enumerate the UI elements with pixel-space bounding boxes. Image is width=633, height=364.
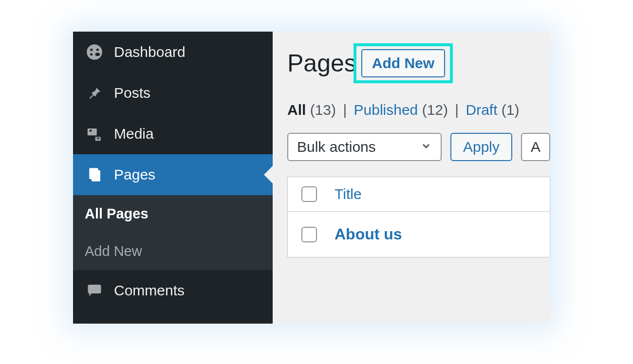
main-content: Pages Add New All (13) | Published (12) … <box>273 32 550 324</box>
row-checkbox[interactable] <box>301 227 317 242</box>
date-filter-select[interactable]: A <box>521 133 550 161</box>
select-all-checkbox[interactable] <box>301 186 317 202</box>
filter-draft[interactable]: Draft (1) <box>465 102 519 118</box>
svg-rect-10 <box>90 168 98 180</box>
sidebar-submenu-pages: All Pages Add New <box>73 195 273 270</box>
bulk-actions-select[interactable]: Bulk actions <box>287 133 442 161</box>
chevron-down-icon <box>420 139 432 155</box>
admin-sidebar: Dashboard Posts Media Pages All Pages Ad… <box>73 32 273 324</box>
table-header-row: Title <box>288 177 550 212</box>
svg-rect-11 <box>88 285 101 293</box>
svg-point-2 <box>96 49 99 51</box>
sidebar-item-media[interactable]: Media <box>73 113 273 154</box>
pin-icon <box>85 83 104 103</box>
column-header-title[interactable]: Title <box>335 186 362 202</box>
pages-table: Title About us <box>287 177 550 257</box>
svg-point-1 <box>90 49 93 51</box>
sidebar-item-label: Comments <box>114 282 185 299</box>
page-row-title[interactable]: About us <box>335 225 402 243</box>
sidebar-item-pages[interactable]: Pages <box>73 154 273 195</box>
media-icon <box>85 124 104 144</box>
highlight-annotation: Add New <box>354 43 453 83</box>
sidebar-item-label: Dashboard <box>114 44 186 60</box>
page-header: Pages Add New <box>287 43 550 83</box>
dashboard-icon <box>85 42 104 62</box>
svg-rect-4 <box>95 53 100 56</box>
sidebar-item-label: Pages <box>114 166 155 183</box>
svg-point-3 <box>90 53 93 55</box>
screenshot-frame: Dashboard Posts Media Pages All Pages Ad… <box>73 32 550 324</box>
submenu-item-all-pages[interactable]: All Pages <box>73 195 273 233</box>
filter-all[interactable]: All (13) <box>287 102 340 118</box>
apply-button[interactable]: Apply <box>450 133 512 161</box>
add-new-button[interactable]: Add New <box>361 49 445 77</box>
sidebar-item-label: Media <box>114 126 154 142</box>
svg-point-6 <box>90 129 92 132</box>
sidebar-item-comments[interactable]: Comments <box>73 270 273 311</box>
sidebar-item-dashboard[interactable]: Dashboard <box>73 32 273 73</box>
svg-point-0 <box>87 44 102 60</box>
sidebar-item-posts[interactable]: Posts <box>73 73 273 113</box>
filter-published[interactable]: Published (12) <box>354 102 452 118</box>
sidebar-item-label: Posts <box>114 85 150 101</box>
page-title: Pages <box>287 49 356 77</box>
svg-rect-5 <box>88 128 97 135</box>
submenu-item-add-new[interactable]: Add New <box>73 233 273 270</box>
table-nav: Bulk actions Apply A <box>287 133 550 161</box>
pages-icon <box>85 165 104 184</box>
table-row: About us <box>288 212 550 257</box>
status-filter-links: All (13) | Published (12) | Draft (1) <box>287 102 550 118</box>
comments-icon <box>85 281 104 300</box>
